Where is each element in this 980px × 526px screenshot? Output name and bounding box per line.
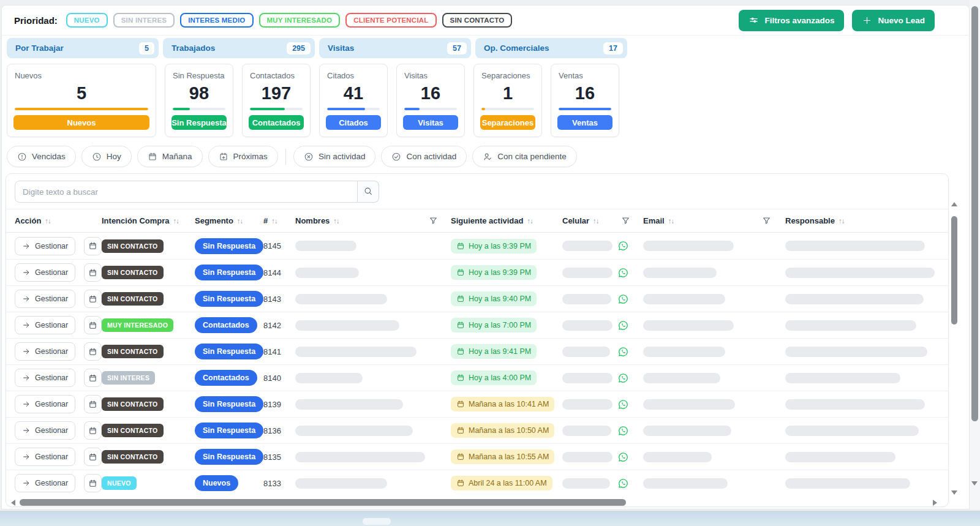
schedule-activity-button[interactable]: [84, 448, 102, 466]
page-scroll-down-arrow[interactable]: [971, 481, 978, 486]
filter-funnel-icon[interactable]: [762, 216, 771, 225]
scroll-up-arrow[interactable]: [951, 202, 957, 206]
schedule-activity-button[interactable]: [84, 316, 102, 334]
sort-icon[interactable]: ↑↓: [333, 217, 339, 225]
column-header[interactable]: Nombres ↑↓: [295, 216, 425, 225]
schedule-activity-button[interactable]: [84, 369, 102, 387]
schedule-activity-button[interactable]: [84, 263, 102, 282]
search-button[interactable]: [358, 181, 379, 203]
column-header[interactable]: Intención Compra ↑↓: [102, 216, 195, 225]
priority-filter-badge[interactable]: SIN INTERES: [113, 13, 175, 28]
schedule-activity-button[interactable]: [84, 290, 102, 308]
sort-icon[interactable]: ↑↓: [839, 217, 845, 225]
activity-filter-chip[interactable]: Vencidas: [7, 146, 76, 167]
whatsapp-icon[interactable]: [617, 399, 629, 410]
gestionar-button[interactable]: Gestionar: [15, 474, 75, 492]
whatsapp-icon[interactable]: [617, 425, 629, 437]
scroll-down-arrow[interactable]: [951, 490, 957, 495]
card-filter-button[interactable]: Visitas: [403, 115, 458, 130]
filter-funnel-icon[interactable]: [429, 216, 438, 225]
activity-filter-chip[interactable]: Con actividad: [381, 146, 467, 167]
priority-filter-badge[interactable]: NUEVO: [66, 13, 108, 28]
pipeline-tab[interactable]: Por Trabajar 5: [7, 38, 159, 58]
sort-icon[interactable]: ↑↓: [237, 217, 243, 225]
pipeline-tabs: Por Trabajar 5 Trabajados 295 Visitas 57…: [2, 36, 969, 58]
page-scrollbar[interactable]: [970, 0, 980, 509]
search-input[interactable]: [15, 181, 358, 203]
responsible-redacted: [785, 320, 916, 331]
whatsapp-icon[interactable]: [617, 267, 629, 279]
column-header[interactable]: Acción ↑↓: [15, 216, 102, 225]
chip-label: Mañana: [162, 152, 192, 161]
gestionar-button[interactable]: Gestionar: [15, 395, 75, 413]
column-header[interactable]: Responsable ↑↓: [785, 216, 940, 225]
gestionar-button[interactable]: Gestionar: [15, 316, 75, 334]
sort-icon[interactable]: ↑↓: [45, 217, 51, 225]
pipeline-tab[interactable]: Visitas 57: [319, 38, 471, 58]
sort-icon[interactable]: ↑↓: [173, 217, 179, 225]
gestionar-button[interactable]: Gestionar: [15, 421, 75, 440]
column-header[interactable]: [617, 216, 643, 225]
card-filter-button[interactable]: Citados: [326, 115, 381, 130]
card-filter-button[interactable]: Ventas: [557, 115, 612, 130]
page-bottom-scrollbar[interactable]: [0, 511, 980, 526]
table-vertical-scrollbar[interactable]: [950, 202, 959, 495]
gestionar-button[interactable]: Gestionar: [15, 342, 75, 361]
whatsapp-icon[interactable]: [617, 478, 629, 489]
activity-filter-chip[interactable]: Con cita pendiente: [472, 146, 577, 167]
column-header[interactable]: # ↑↓: [263, 216, 295, 225]
vertical-scroll-thumb[interactable]: [951, 216, 957, 325]
column-header[interactable]: [758, 216, 785, 225]
whatsapp-icon[interactable]: [617, 320, 629, 331]
whatsapp-icon[interactable]: [617, 240, 629, 252]
priority-filter-badge[interactable]: SIN CONTACTO: [442, 13, 513, 28]
card-filter-button[interactable]: Sin Respuesta: [172, 115, 227, 130]
sort-icon[interactable]: ↑↓: [527, 217, 533, 225]
page-scroll-thumb[interactable]: [971, 6, 978, 421]
chip-icon: [483, 152, 492, 162]
horizontal-scroll-thumb[interactable]: [20, 499, 626, 506]
column-header[interactable]: [425, 216, 451, 225]
schedule-activity-button[interactable]: [84, 474, 102, 492]
column-header[interactable]: Segmento ↑↓: [195, 216, 263, 225]
whatsapp-icon[interactable]: [617, 372, 629, 384]
scroll-right-arrow[interactable]: [933, 500, 937, 506]
schedule-activity-button[interactable]: [84, 395, 102, 413]
pipeline-tab[interactable]: Op. Comerciales 17: [475, 38, 627, 58]
column-header[interactable]: Email ↑↓: [643, 216, 758, 225]
column-header[interactable]: Celular ↑↓: [562, 216, 617, 225]
whatsapp-icon[interactable]: [617, 346, 629, 358]
advanced-filters-button[interactable]: Filtros avanzados: [739, 10, 844, 31]
activity-filter-chip[interactable]: Mañana: [137, 146, 203, 167]
activity-filter-chip[interactable]: Próximas: [208, 146, 278, 167]
whatsapp-icon[interactable]: [617, 451, 629, 463]
column-header[interactable]: Siguiente actividad ↑↓: [451, 216, 562, 225]
sort-icon[interactable]: ↑↓: [668, 217, 674, 225]
gestionar-button[interactable]: Gestionar: [15, 448, 75, 466]
gestionar-button[interactable]: Gestionar: [15, 369, 75, 387]
priority-filter-badge[interactable]: INTERES MEDIO: [180, 13, 253, 28]
sort-icon[interactable]: ↑↓: [593, 217, 599, 225]
whatsapp-icon[interactable]: [617, 293, 629, 305]
bottom-scroll-thumb[interactable]: [363, 518, 391, 525]
priority-filter-badge[interactable]: CLIENTE POTENCIAL: [345, 13, 436, 28]
filter-funnel-icon[interactable]: [621, 216, 630, 225]
scroll-left-arrow[interactable]: [11, 500, 15, 506]
table-horizontal-scrollbar[interactable]: [11, 499, 943, 506]
card-filter-button[interactable]: Contactados: [249, 115, 304, 130]
activity-filter-chip[interactable]: Hoy: [81, 146, 132, 167]
gestionar-button[interactable]: Gestionar: [15, 237, 75, 255]
schedule-activity-button[interactable]: [84, 237, 102, 255]
pipeline-tab[interactable]: Trabajados 295: [163, 38, 315, 58]
schedule-activity-button[interactable]: [84, 421, 102, 440]
sort-icon[interactable]: ↑↓: [271, 217, 277, 225]
activity-filter-chip[interactable]: Sin actividad: [293, 146, 376, 167]
priority-filter-badge[interactable]: MUY INTERESADO: [259, 13, 341, 28]
card-filter-button[interactable]: Separaciones: [480, 115, 535, 130]
gestionar-button[interactable]: Gestionar: [15, 290, 75, 308]
card-filter-button[interactable]: Nuevos: [13, 115, 149, 130]
new-lead-button[interactable]: Nuevo Lead: [852, 10, 935, 31]
gestionar-button[interactable]: Gestionar: [15, 263, 75, 282]
schedule-activity-button[interactable]: [84, 342, 102, 361]
phone-redacted: [562, 426, 611, 436]
